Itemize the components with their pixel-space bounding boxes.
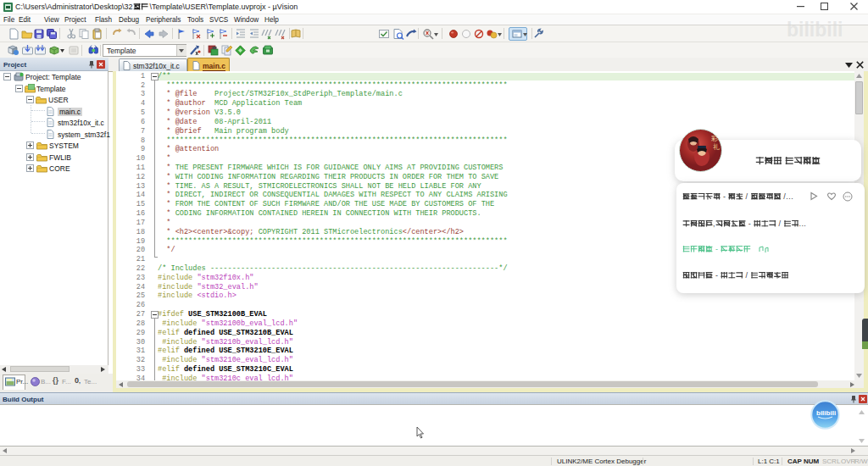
svg-text:-: - <box>748 219 751 228</box>
svg-text:/: / <box>779 219 782 228</box>
svg-text:-: - <box>715 271 718 280</box>
svg-text:-: - <box>715 245 718 253</box>
svg-text:,: , <box>713 219 715 228</box>
svg-text:彩: 彩 <box>711 135 718 142</box>
svg-text:.: . <box>804 219 806 228</box>
svg-text:/: / <box>746 271 748 280</box>
svg-text:礼: 礼 <box>713 143 720 151</box>
svg-text:.: . <box>791 192 793 201</box>
svg-text:bilibili: bilibili <box>816 409 836 417</box>
svg-text:-: - <box>723 192 726 201</box>
svg-text:/: / <box>746 192 748 201</box>
